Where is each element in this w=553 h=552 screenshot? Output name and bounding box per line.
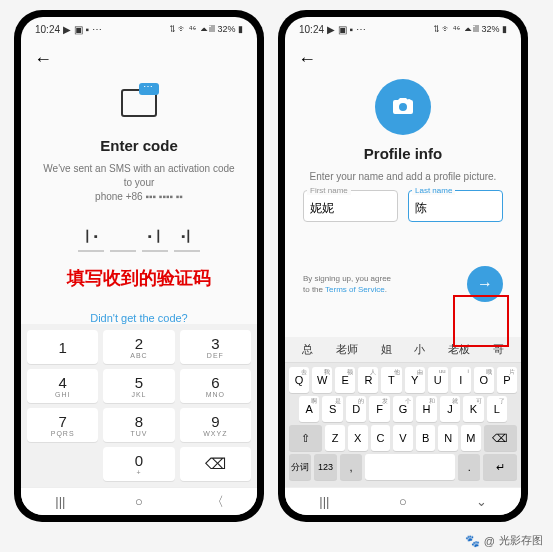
suggestion[interactable]: 老师 — [336, 342, 358, 357]
suggestion[interactable]: 老板 — [448, 342, 470, 357]
key-y[interactable]: 由Y — [405, 367, 425, 393]
key-space[interactable] — [365, 454, 455, 480]
terms-link[interactable]: Terms of Service — [325, 285, 385, 294]
nav-recents[interactable]: ||| — [315, 493, 333, 511]
key-p[interactable]: 片P — [497, 367, 517, 393]
watermark: 🐾 @光影存图 — [465, 533, 543, 548]
camera-icon — [391, 95, 415, 119]
last-name-label: Last name — [412, 186, 455, 195]
back-button[interactable]: ← — [31, 47, 55, 71]
key-6[interactable]: 6MNO — [180, 369, 251, 403]
key-m[interactable]: M — [461, 425, 481, 451]
nav-bar: ||| ○ 〈 — [21, 487, 257, 515]
add-photo-button[interactable] — [375, 79, 431, 135]
nav-home[interactable]: ○ — [394, 493, 412, 511]
key-4[interactable]: 4GHI — [27, 369, 98, 403]
key-h[interactable]: 和H — [416, 396, 436, 422]
suggestion[interactable]: 哥 — [493, 342, 504, 357]
key-x[interactable]: X — [348, 425, 368, 451]
key-c[interactable]: C — [371, 425, 391, 451]
key-n[interactable]: N — [438, 425, 458, 451]
key-fenci[interactable]: 分词 — [289, 454, 311, 480]
suggestion[interactable]: 姐 — [381, 342, 392, 357]
key-a[interactable]: 啊A — [299, 396, 319, 422]
key-7[interactable]: 7PQRS — [27, 408, 98, 442]
nav-recents[interactable]: ||| — [51, 493, 69, 511]
subtitle: Enter your name and add a profile pictur… — [303, 170, 503, 184]
key-d[interactable]: 的D — [346, 396, 366, 422]
key-5[interactable]: 5JKL — [103, 369, 174, 403]
key-2[interactable]: 2ABC — [103, 330, 174, 364]
key-v[interactable]: V — [393, 425, 413, 451]
key-1[interactable]: 1 — [27, 330, 98, 364]
ime-suggestions: 总 老师 姐 小 老板 哥 — [285, 337, 521, 363]
page-title: Enter code — [39, 137, 239, 154]
key-0[interactable]: 0+ — [103, 447, 174, 481]
sms-icon — [117, 83, 161, 127]
key-s[interactable]: 是S — [322, 396, 342, 422]
suggestion[interactable]: 小 — [414, 342, 425, 357]
key-backspace[interactable]: ⌫ — [484, 425, 517, 451]
key-q[interactable]: 去Q — [289, 367, 309, 393]
key-l[interactable]: 了L — [487, 396, 507, 422]
key-shift[interactable]: ⇧ — [289, 425, 322, 451]
key-t[interactable]: 他T — [381, 367, 401, 393]
nav-home[interactable]: ○ — [130, 493, 148, 511]
nav-bar: ||| ○ ⌄ — [285, 487, 521, 515]
key-3[interactable]: 3DEF — [180, 330, 251, 364]
nav-back[interactable]: 〈 — [209, 493, 227, 511]
page-title: Profile info — [303, 145, 503, 162]
key-f[interactable]: 发F — [369, 396, 389, 422]
numeric-keypad: 1 2ABC 3DEF 4GHI 5JKL 6MNO 7PQRS 8TUV 9W… — [21, 324, 257, 487]
suggestion[interactable]: 总 — [302, 342, 313, 357]
nav-keyboard-hide[interactable]: ⌄ — [473, 493, 491, 511]
key-r[interactable]: 人R — [358, 367, 378, 393]
phone-right: 10:24▶ ▣ ▪ ⋯ ⇅ ᯤ ⁴⁶ ⏶ill 32% ▮ ← Profile… — [278, 10, 528, 522]
code-input[interactable]: ┃ ▪ ▪ ┃ ▪┃ — [39, 222, 239, 252]
resend-link[interactable]: Didn't get the code? — [39, 312, 239, 324]
status-bar: 10:24▶ ▣ ▪ ⋯ ⇅ ᯤ ⁴⁶ ⏶ill 32% ▮ — [21, 17, 257, 41]
key-enter[interactable]: ↵ — [483, 454, 517, 480]
key-backspace[interactable]: ⌫ — [180, 447, 251, 481]
svg-point-0 — [407, 99, 411, 103]
key-i[interactable]: iI — [451, 367, 471, 393]
key-j[interactable]: 就J — [440, 396, 460, 422]
key-123[interactable]: 123 — [314, 454, 336, 480]
key-k[interactable]: 可K — [463, 396, 483, 422]
key-9[interactable]: 9WXYZ — [180, 408, 251, 442]
back-button[interactable]: ← — [295, 47, 319, 71]
key-w[interactable]: 我W — [312, 367, 332, 393]
key-e[interactable]: 额E — [335, 367, 355, 393]
paw-icon: 🐾 — [465, 534, 480, 548]
key-g[interactable]: 个G — [393, 396, 413, 422]
annotation-overlay: 填写收到的验证码 — [39, 266, 239, 290]
key-empty — [27, 447, 98, 481]
key-o[interactable]: 哦O — [474, 367, 494, 393]
status-bar: 10:24▶ ▣ ▪ ⋯ ⇅ ᯤ ⁴⁶ ⏶ill 32% ▮ — [285, 17, 521, 41]
key-comma[interactable]: , — [340, 454, 362, 480]
terms-text: By signing up, you agree to the Terms of… — [303, 273, 391, 295]
key-8[interactable]: 8TUV — [103, 408, 174, 442]
phone-left: 10:24▶ ▣ ▪ ⋯ ⇅ ᯤ ⁴⁶ ⏶ill 32% ▮ ← Enter c… — [14, 10, 264, 522]
key-u[interactable]: uuU — [428, 367, 448, 393]
first-name-label: First name — [307, 186, 351, 195]
subtitle: We've sent an SMS with an activation cod… — [39, 162, 239, 204]
key-z[interactable]: Z — [325, 425, 345, 451]
next-button[interactable]: → — [467, 266, 503, 302]
key-b[interactable]: B — [416, 425, 436, 451]
qwerty-keyboard: 去Q我W额E人R他T由YuuUiI哦O片P 啊A是S的D发F个G和H就J可K了L… — [285, 363, 521, 487]
key-period[interactable]: . — [458, 454, 480, 480]
